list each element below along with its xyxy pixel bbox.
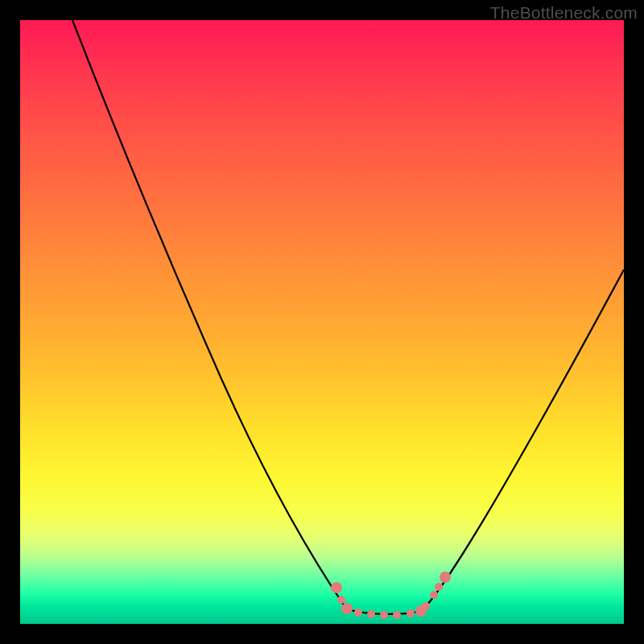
chart-frame: TheBottleneck.com [0, 0, 644, 644]
svg-point-12 [440, 572, 451, 583]
svg-point-11 [435, 583, 443, 591]
plot-area [20, 20, 624, 624]
svg-point-3 [354, 609, 362, 617]
svg-point-7 [407, 609, 415, 617]
svg-point-0 [331, 582, 342, 593]
svg-point-2 [341, 603, 353, 614]
svg-point-1 [337, 596, 345, 604]
curve-left-branch [72, 20, 346, 609]
svg-point-6 [393, 611, 401, 619]
svg-point-5 [380, 611, 388, 619]
watermark-text: TheBottleneck.com [490, 3, 638, 23]
svg-point-10 [430, 591, 438, 599]
svg-point-4 [367, 610, 375, 618]
curve-layer [20, 20, 624, 624]
bottom-markers [331, 572, 451, 619]
svg-point-9 [422, 602, 430, 610]
curve-right-branch [421, 270, 624, 611]
